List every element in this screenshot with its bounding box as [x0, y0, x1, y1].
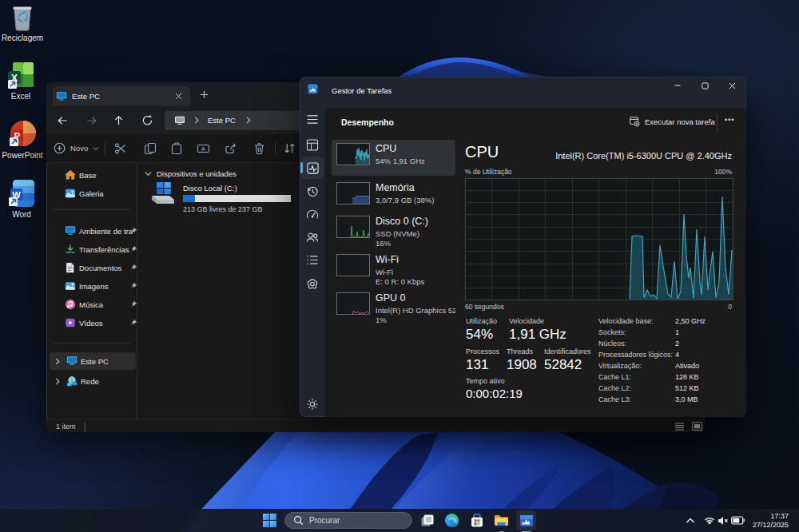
svg-text:A: A	[201, 145, 205, 153]
